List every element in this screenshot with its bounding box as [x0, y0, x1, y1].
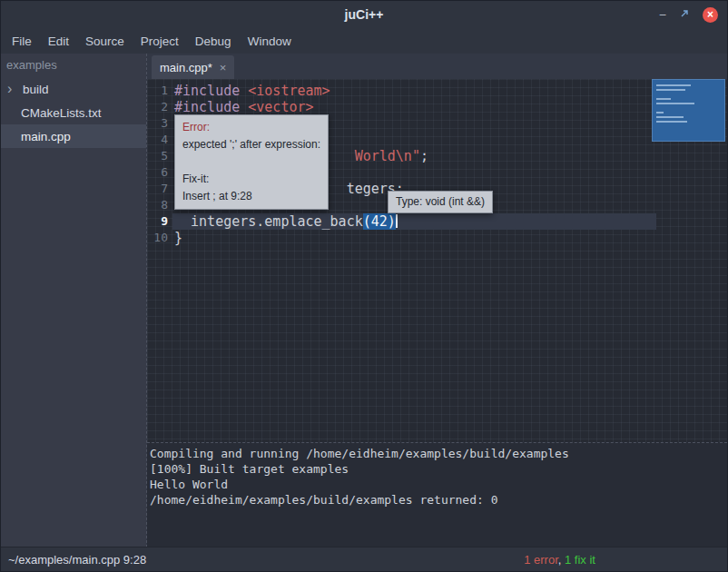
- tooltip-row: Insert ; at 9:28: [182, 188, 320, 205]
- overview-minicode: [656, 84, 724, 123]
- line-number: 3: [147, 115, 172, 132]
- overview-line: [656, 89, 685, 91]
- tab-bar: main.cpp* ×: [147, 54, 727, 79]
- status-location: ~/examples/main.cpp 9:28: [8, 553, 146, 567]
- tab-main-cpp[interactable]: main.cpp* ×: [152, 55, 234, 79]
- code-token: World\n": [355, 148, 420, 164]
- line-number: 10: [147, 230, 172, 246]
- app-window: juCi++ − × FileEditSourceProjectDebugWin…: [0, 0, 728, 572]
- minimize-icon[interactable]: −: [659, 8, 666, 21]
- line-number: 2: [147, 99, 172, 115]
- code-token: #include: [174, 99, 248, 115]
- window-controls: − ×: [659, 1, 718, 28]
- code-editor[interactable]: 1#include <iostream>2#include <vector>34…: [147, 79, 727, 442]
- menu-window[interactable]: Window: [240, 35, 300, 48]
- bracket-highlight: (42): [363, 213, 396, 230]
- code-token: integers.emplace_back: [174, 213, 363, 230]
- menu-edit[interactable]: Edit: [40, 35, 77, 48]
- overview-map[interactable]: [652, 79, 727, 442]
- code-line-1[interactable]: 1#include <iostream>: [147, 83, 727, 99]
- code-token: #include: [174, 83, 248, 99]
- status-fixit-count: 1 fix it: [565, 553, 595, 567]
- menu-source[interactable]: Source: [77, 35, 133, 48]
- menu-debug[interactable]: Debug: [187, 35, 240, 48]
- code-token: }: [174, 230, 182, 246]
- status-bar: ~/examples/main.cpp 9:28 1 error, 1 fix …: [1, 547, 727, 571]
- code-text: integers.emplace_back(42): [172, 213, 656, 230]
- output-terminal[interactable]: Compiling and running /home/eidheim/exam…: [147, 442, 727, 547]
- file-tree-items: ›buildCMakeLists.txtmain.cpp: [1, 77, 146, 148]
- terminal-line: Hello World: [150, 477, 727, 492]
- overview-line: [656, 121, 687, 123]
- code-line-2[interactable]: 2#include <vector>: [147, 99, 727, 115]
- terminal-line: [100%] Built target examples: [150, 461, 727, 477]
- status-separator: ,: [558, 553, 565, 567]
- line-number: 7: [147, 181, 172, 197]
- menu-file[interactable]: File: [4, 35, 40, 48]
- text-caret: [396, 214, 398, 228]
- overview-line: [656, 98, 671, 100]
- file-tree: examples ›buildCMakeLists.txtmain.cpp: [1, 54, 146, 547]
- tooltip-row: [182, 153, 320, 171]
- overview-line: [656, 116, 684, 118]
- tree-item-cmakelists-txt[interactable]: CMakeLists.txt: [1, 101, 146, 124]
- code-token: <iostream>: [248, 83, 330, 99]
- overview-slider[interactable]: [652, 79, 725, 142]
- line-number: 5: [147, 148, 172, 164]
- window-title: juCi++: [1, 1, 727, 28]
- close-icon[interactable]: ×: [703, 7, 718, 23]
- tree-item-label: build: [23, 83, 49, 96]
- status-diagnostics: 1 error, 1 fix it: [524, 553, 595, 567]
- line-number: 6: [147, 164, 172, 181]
- tree-item-label: CMakeLists.txt: [1, 106, 102, 120]
- overview-line: [656, 103, 694, 104]
- code-line-10[interactable]: 10}: [147, 230, 727, 246]
- line-number: 8: [147, 197, 172, 213]
- tree-item-label: main.cpp: [1, 130, 71, 143]
- line-number: 4: [147, 132, 172, 148]
- tooltip-row: Fix-it:: [182, 171, 320, 188]
- line-number: 1: [147, 83, 172, 99]
- chevron-right-icon[interactable]: ›: [1, 82, 23, 96]
- diagnostic-tooltip: Error:expected ';' after expression: Fix…: [174, 114, 329, 210]
- main-body: examples ›buildCMakeLists.txtmain.cpp ma…: [1, 54, 727, 547]
- terminal-line: /home/eidheim/examples/build/examples re…: [150, 492, 727, 508]
- title-bar[interactable]: juCi++ − ×: [1, 1, 727, 28]
- line-number: 9: [147, 213, 172, 230]
- terminal-line: Compiling and running /home/eidheim/exam…: [150, 446, 727, 461]
- code-text: }: [172, 230, 656, 246]
- tree-item-build[interactable]: ›build: [1, 77, 146, 101]
- tooltip-row: expected ';' after expression:: [182, 136, 320, 153]
- status-error-count: 1 error: [524, 553, 558, 567]
- project-root-folder[interactable]: examples: [1, 54, 146, 77]
- overview-line: [656, 112, 664, 113]
- tab-close-icon[interactable]: ×: [220, 62, 227, 74]
- code-line-9[interactable]: 9 integers.emplace_back(42): [147, 213, 727, 230]
- editor-pane: main.cpp* × 1#include <iostream>2#includ…: [146, 54, 727, 547]
- overview-line: [656, 84, 691, 86]
- tree-item-main-cpp[interactable]: main.cpp: [1, 124, 146, 148]
- code-text: #include <vector>: [172, 99, 656, 115]
- menu-project[interactable]: Project: [133, 35, 187, 48]
- code-token: ;: [420, 148, 428, 164]
- tab-label: main.cpp*: [160, 61, 212, 74]
- menu-bar: FileEditSourceProjectDebugWindow: [1, 28, 727, 54]
- maximize-icon[interactable]: [679, 8, 690, 21]
- tooltip-error-title: Error:: [182, 119, 320, 136]
- code-text: #include <iostream>: [172, 83, 656, 99]
- code-token: <vector>: [248, 99, 313, 115]
- type-tooltip: Type: void (int &&): [388, 191, 493, 213]
